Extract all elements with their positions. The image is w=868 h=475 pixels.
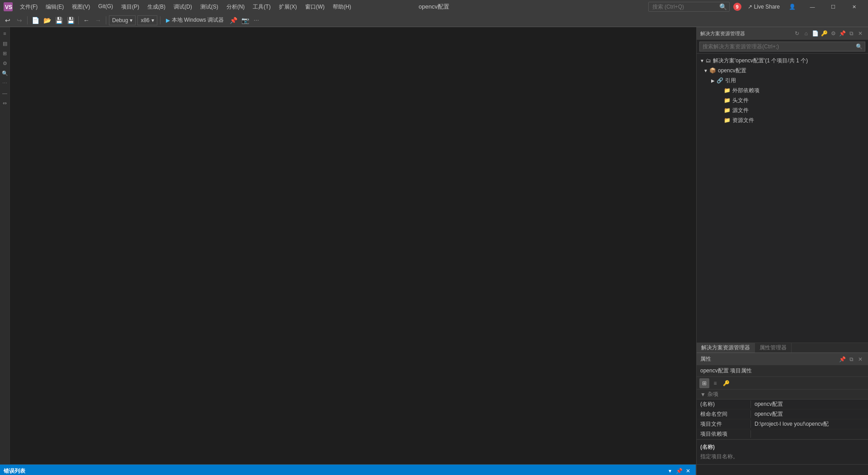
menu-view[interactable]: 视图(V) bbox=[68, 2, 94, 12]
home-icon[interactable]: ⌂ bbox=[802, 29, 810, 38]
activity-item-4[interactable]: ⚙ bbox=[0, 59, 9, 68]
props-float-icon[interactable]: ⧉ bbox=[847, 355, 855, 363]
title-bar: VS 文件(F) 编辑(E) 视图(V) Git(G) 项目(P) 生成(B) … bbox=[0, 0, 868, 14]
references-item[interactable]: ▶ 🔗 引用 bbox=[708, 75, 868, 85]
settings-icon[interactable]: ⚙ bbox=[829, 29, 837, 38]
save-all-button[interactable]: 💾 bbox=[66, 15, 75, 25]
header-files-item[interactable]: ▶ 📁 头文件 bbox=[715, 95, 868, 105]
notification-badge[interactable]: 9 bbox=[733, 3, 741, 11]
props-category-button[interactable]: ≡ bbox=[710, 378, 720, 388]
property-manager-tab[interactable]: 属性管理器 bbox=[755, 343, 792, 353]
show-all-files-icon[interactable]: 📄 bbox=[811, 29, 819, 38]
close-button[interactable]: ✕ bbox=[844, 0, 864, 14]
live-share-icon: ↗ bbox=[748, 4, 752, 10]
props-grid-button[interactable]: ⊞ bbox=[699, 378, 709, 388]
account-button[interactable]: 👤 bbox=[786, 3, 798, 11]
activity-item-5[interactable]: 🔍 bbox=[0, 69, 9, 78]
props-pin-icon[interactable]: 📌 bbox=[838, 355, 846, 363]
live-share-label: Live Share bbox=[754, 4, 780, 10]
properties-title: 属性 bbox=[700, 355, 711, 363]
source-files-item[interactable]: ▶ 📁 源文件 bbox=[715, 105, 868, 115]
window-controls: — ☐ ✕ bbox=[802, 0, 864, 14]
solution-search-area: 🔍 bbox=[697, 40, 868, 54]
maximize-button[interactable]: ☐ bbox=[823, 0, 844, 14]
header-files-icon: 📁 bbox=[724, 97, 731, 103]
external-deps-item[interactable]: ▶ 📁 外部依赖项 bbox=[715, 85, 868, 95]
props-section-misc[interactable]: ▼ 杂项 bbox=[697, 390, 868, 400]
menu-extensions[interactable]: 扩展(X) bbox=[275, 2, 301, 12]
menu-tools[interactable]: 工具(T) bbox=[249, 2, 274, 12]
references-label: 引用 bbox=[725, 77, 736, 85]
props-section-label: 杂项 bbox=[708, 390, 718, 398]
solution-explorer-header: 解决方案资源管理器 ↻ ⌂ 📄 🔑 ⚙ 📌 ⧉ ✕ bbox=[697, 27, 868, 40]
float-icon[interactable]: ⧉ bbox=[847, 29, 855, 38]
camera-button[interactable]: 📷 bbox=[240, 15, 250, 25]
pin-icon[interactable]: 📌 bbox=[838, 29, 846, 38]
props-project-title: opencv配置 项目属性 bbox=[697, 365, 868, 377]
props-section-arrow: ▼ bbox=[700, 391, 706, 398]
error-panel-pin-icon[interactable]: 📌 bbox=[675, 467, 683, 475]
menu-debug[interactable]: 调试(D) bbox=[170, 2, 196, 12]
back-button[interactable]: ← bbox=[81, 15, 91, 25]
activity-item-1[interactable]: ≡ bbox=[0, 29, 9, 38]
solution-search-input[interactable] bbox=[699, 42, 865, 52]
props-value-namespace: opencv配置 bbox=[751, 410, 868, 418]
activity-item-3[interactable]: ⊞ bbox=[0, 49, 9, 58]
platform-dropdown[interactable]: x86 ▾ bbox=[137, 15, 157, 25]
error-panel-dropdown-icon[interactable]: ▾ bbox=[666, 467, 674, 475]
pin-toolbar-button[interactable]: 📌 bbox=[228, 15, 238, 25]
run-icon: ▶ bbox=[166, 17, 170, 24]
new-button[interactable]: 📄 bbox=[30, 15, 40, 25]
solution-icon: 🗂 bbox=[706, 57, 711, 64]
solution-arrow: ▼ bbox=[698, 58, 706, 63]
close-panel-icon[interactable]: ✕ bbox=[856, 29, 864, 38]
menu-build[interactable]: 生成(B) bbox=[144, 2, 169, 12]
run-button[interactable]: ▶ 本地 Windows 调试器 bbox=[163, 15, 226, 25]
global-search-input[interactable] bbox=[648, 2, 730, 12]
project-icon: 📦 bbox=[709, 67, 716, 74]
toolbar-sep-2 bbox=[78, 16, 79, 24]
props-value-name: opencv配置 bbox=[751, 400, 868, 408]
activity-item-2[interactable]: ▤ bbox=[0, 39, 9, 48]
props-key-projdeps: 项目依赖项 bbox=[697, 430, 751, 438]
bottom-panels: 错误列表 ▾ 📌 ✕ 整个解决方案 ▾ ✖ 错误 0 ⚠ 警告 0 ℹ 消息 bbox=[0, 464, 868, 475]
props-row-projdeps: 项目依赖项 bbox=[697, 429, 868, 439]
props-sort-button[interactable]: 🔑 bbox=[721, 378, 731, 388]
debug-config-dropdown[interactable]: Debug ▾ bbox=[109, 15, 136, 25]
solution-label: 解决方案'opencv配置'(1 个项目/共 1 个) bbox=[713, 57, 808, 65]
toolbar-sep-4 bbox=[160, 16, 160, 24]
menu-analyze[interactable]: 分析(N) bbox=[223, 2, 249, 12]
save-button[interactable]: 💾 bbox=[54, 15, 64, 25]
menu-help[interactable]: 帮助(H) bbox=[329, 2, 355, 12]
error-panel-close-icon[interactable]: ✕ bbox=[684, 467, 692, 475]
menu-project[interactable]: 项目(P) bbox=[118, 2, 143, 12]
source-files-label: 源文件 bbox=[732, 107, 749, 114]
menu-test[interactable]: 测试(S) bbox=[197, 2, 222, 12]
activity-item-6[interactable]: ⋯ bbox=[0, 79, 9, 88]
platform-label: x86 bbox=[141, 17, 149, 24]
menu-window[interactable]: 窗口(W) bbox=[302, 2, 328, 12]
project-arrow: ▼ bbox=[702, 68, 709, 73]
project-item[interactable]: ▼ 📦 opencv配置 bbox=[700, 66, 868, 75]
menu-file[interactable]: 文件(F) bbox=[16, 2, 41, 12]
props-close-icon[interactable]: ✕ bbox=[856, 355, 864, 363]
live-share-button[interactable]: ↗ Live Share bbox=[745, 3, 783, 11]
props-description-area: (名称) 指定项目名称。 bbox=[697, 439, 868, 464]
props-key-namespace: 根命名空间 bbox=[697, 410, 751, 418]
minimize-button[interactable]: — bbox=[802, 0, 823, 14]
solution-root-item[interactable]: ▼ 🗂 解决方案'opencv配置'(1 个项目/共 1 个) bbox=[697, 56, 868, 66]
refresh-icon[interactable]: ↻ bbox=[793, 29, 801, 38]
menu-edit[interactable]: 编辑(E) bbox=[42, 2, 67, 12]
solution-explorer-tab[interactable]: 解决方案资源管理器 bbox=[697, 343, 755, 353]
debug-config-arrow: ▾ bbox=[130, 17, 132, 24]
redo-button[interactable]: ↪ bbox=[14, 15, 24, 25]
properties-icon[interactable]: 🔑 bbox=[820, 29, 828, 38]
menu-git[interactable]: Git(G) bbox=[94, 2, 117, 12]
activity-item-8[interactable]: ⇔ bbox=[0, 99, 9, 108]
undo-button[interactable]: ↩ bbox=[3, 15, 13, 25]
activity-item-7[interactable]: — bbox=[0, 89, 9, 98]
run-label: 本地 Windows 调试器 bbox=[172, 16, 224, 24]
open-button[interactable]: 📂 bbox=[42, 15, 52, 25]
resource-files-item[interactable]: ▶ 📁 资源文件 bbox=[715, 115, 868, 125]
forward-button[interactable]: → bbox=[93, 15, 103, 25]
